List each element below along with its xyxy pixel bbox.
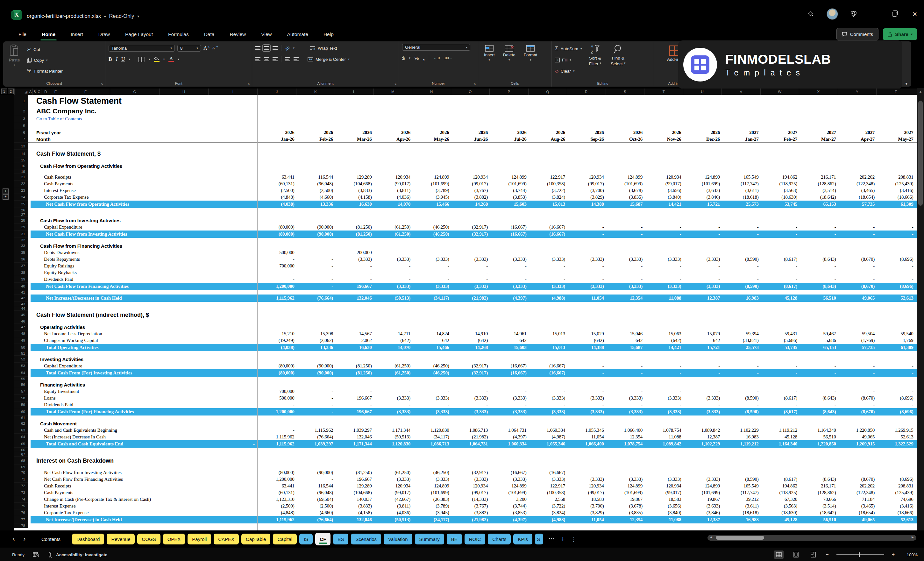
- cell[interactable]: 1,078,754: [644, 427, 683, 434]
- cell[interactable]: 196,667: [334, 476, 374, 483]
- cell[interactable]: (3,656): [644, 187, 683, 194]
- cell[interactable]: (3,700): [567, 187, 606, 194]
- cell[interactable]: 52,613: [876, 294, 915, 302]
- cell[interactable]: 194,862: [760, 483, 799, 489]
- row-number[interactable]: 44: [14, 306, 28, 311]
- row-number[interactable]: 26: [14, 208, 28, 212]
- cell[interactable]: (18,666): [876, 194, 915, 201]
- row-number[interactable]: 40: [14, 283, 28, 290]
- cell[interactable]: (3,611): [722, 187, 760, 194]
- cell[interactable]: (46,250): [412, 369, 451, 376]
- cell[interactable]: (118,925): [760, 489, 799, 496]
- cell[interactable]: (3,824): [528, 509, 567, 516]
- cell[interactable]: -: [412, 262, 451, 269]
- cell[interactable]: (46,250): [412, 469, 451, 476]
- cell[interactable]: (8,643): [799, 395, 838, 402]
- cell[interactable]: (3,333): [644, 476, 683, 483]
- cell[interactable]: 202,202: [838, 174, 876, 180]
- cell[interactable]: (642): [644, 337, 683, 344]
- cell[interactable]: 1,119,212: [722, 440, 760, 448]
- cell[interactable]: (3,333): [606, 476, 645, 483]
- cell[interactable]: (3,333): [567, 408, 606, 416]
- cell[interactable]: 2026: [374, 129, 412, 136]
- cell[interactable]: (18,618): [722, 509, 760, 516]
- number-dialog-launcher[interactable]: ↘: [474, 82, 476, 86]
- sheet-tab-payroll[interactable]: Payroll: [188, 534, 211, 544]
- column-header-O[interactable]: O: [451, 88, 490, 95]
- row-label-zone[interactable]: Total Cash From (For) Investing Activiti…: [28, 369, 257, 376]
- cell[interactable]: (26,383): [412, 496, 451, 503]
- row-number[interactable]: 74: [14, 496, 28, 503]
- row-number[interactable]: 27: [14, 212, 28, 217]
- cell[interactable]: 18,583: [567, 496, 606, 503]
- cell[interactable]: 208,831: [876, 483, 915, 489]
- cell[interactable]: -: [451, 269, 490, 276]
- cell[interactable]: 59,431: [760, 330, 799, 337]
- cell[interactable]: -: [528, 269, 567, 276]
- column-header-N[interactable]: N: [412, 88, 451, 95]
- cell[interactable]: -: [799, 231, 838, 238]
- cell[interactable]: 16,630: [334, 201, 374, 208]
- cell[interactable]: 1,200,000: [257, 408, 296, 416]
- cell[interactable]: (16,667): [489, 369, 528, 376]
- sheet-tab-contents[interactable]: Contents: [37, 534, 65, 544]
- cell[interactable]: (3,465): [838, 503, 876, 509]
- cell[interactable]: (3,333): [528, 283, 567, 290]
- cell[interactable]: (99,017): [451, 180, 490, 187]
- cell[interactable]: (3,722): [528, 503, 567, 509]
- cell[interactable]: (3,333): [412, 256, 451, 262]
- cell[interactable]: (4,988): [528, 516, 567, 524]
- row-label-zone[interactable]: Interest Expense: [28, 503, 257, 509]
- cell[interactable]: 216,171: [799, 174, 838, 180]
- cell[interactable]: -: [799, 402, 838, 408]
- cell[interactable]: 18,583: [644, 496, 683, 503]
- cell[interactable]: (101,699): [489, 489, 528, 496]
- cell[interactable]: 57,735: [838, 201, 876, 208]
- column-header-X[interactable]: X: [799, 88, 838, 95]
- cell[interactable]: 1,269,915: [838, 440, 876, 448]
- sheet-tab-s[interactable]: S: [535, 534, 543, 544]
- cell[interactable]: 1,039,297: [334, 427, 374, 434]
- search-icon[interactable]: [806, 9, 816, 19]
- cell[interactable]: (8,643): [799, 408, 838, 416]
- row-number[interactable]: 71: [14, 476, 28, 483]
- cell[interactable]: (16,667): [528, 469, 567, 476]
- cell[interactable]: (101,699): [606, 489, 645, 496]
- row-number[interactable]: 21: [14, 174, 28, 180]
- cell[interactable]: -: [567, 388, 606, 395]
- cell[interactable]: 74,696: [876, 496, 915, 503]
- cell[interactable]: 19,867: [606, 496, 645, 503]
- cell[interactable]: (18,630): [760, 194, 799, 201]
- cell[interactable]: (2,500): [257, 503, 296, 509]
- cell[interactable]: -: [644, 469, 683, 476]
- font-size-select[interactable]: 8▾: [177, 45, 201, 52]
- row-label-zone[interactable]: Loans: [28, 395, 257, 402]
- cell[interactable]: (3,744): [489, 503, 528, 509]
- cell[interactable]: -: [838, 369, 876, 376]
- menu-tab-automate[interactable]: Automate: [286, 30, 309, 39]
- cell[interactable]: 2026: [683, 129, 722, 136]
- cell[interactable]: -: [644, 369, 683, 376]
- cell[interactable]: 2026: [567, 129, 606, 136]
- cell[interactable]: 122,917: [528, 483, 567, 489]
- row-number[interactable]: 65: [14, 440, 28, 448]
- cell[interactable]: 1,055,346: [567, 427, 606, 434]
- cell[interactable]: 642: [412, 337, 451, 344]
- cell[interactable]: -: [567, 269, 606, 276]
- cell[interactable]: 1,171,344: [334, 440, 374, 448]
- column-header-R[interactable]: R: [567, 88, 606, 95]
- cell[interactable]: 122,917: [528, 174, 567, 180]
- column-header-Q[interactable]: Q: [528, 88, 567, 95]
- column-header-T[interactable]: T: [644, 88, 683, 95]
- cell[interactable]: (3,333): [644, 256, 683, 262]
- cell[interactable]: Mar-27: [799, 136, 838, 142]
- row-label-zone[interactable]: [28, 306, 257, 311]
- accessibility-status[interactable]: Accessibility: Investigate: [48, 552, 107, 558]
- cell[interactable]: (33,821): [722, 337, 760, 344]
- cell[interactable]: -: [606, 402, 645, 408]
- cell[interactable]: (101,699): [683, 180, 722, 187]
- cell[interactable]: -: [257, 427, 296, 434]
- cell[interactable]: -: [374, 402, 412, 408]
- shrink-font-button[interactable]: A▾: [212, 44, 218, 52]
- cell[interactable]: 1,055,346: [528, 440, 567, 448]
